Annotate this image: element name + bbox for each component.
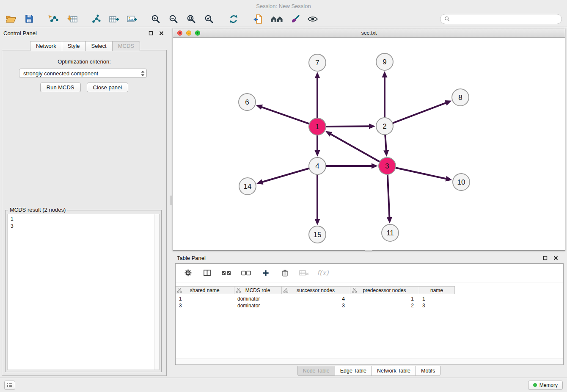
- table-panel: Table Panel: [173, 253, 565, 377]
- select-all-columns-icon[interactable]: [220, 267, 233, 279]
- table-row[interactable]: 3 dominator 3 2 3: [176, 302, 563, 309]
- table-row[interactable]: 1 dominator 4 1 1: [176, 294, 563, 303]
- zoom-window-button[interactable]: +: [195, 30, 200, 36]
- graph-edge-arrow: [445, 100, 451, 105]
- network-canvas[interactable]: 7968124314101511: [173, 38, 565, 250]
- export-network-icon[interactable]: [252, 13, 264, 25]
- optimization-criterion-select[interactable]: strongly connected component: [19, 69, 147, 78]
- float-table-panel-icon[interactable]: [542, 255, 548, 261]
- task-history-button[interactable]: [4, 381, 15, 390]
- graph-node-7[interactable]: 7: [309, 54, 326, 71]
- export-image-icon[interactable]: [126, 13, 138, 25]
- graph-node-2[interactable]: 2: [376, 118, 393, 135]
- graph-edge-2-3[interactable]: [385, 134, 386, 152]
- tab-motifs[interactable]: Motifs: [416, 366, 440, 376]
- create-column-icon[interactable]: [260, 267, 272, 279]
- close-table-panel-icon[interactable]: [553, 255, 559, 261]
- minimize-window-button[interactable]: −: [186, 30, 191, 36]
- cell-name[interactable]: 3: [419, 302, 454, 309]
- new-network-icon[interactable]: [91, 13, 102, 25]
- close-window-button[interactable]: ×: [177, 30, 182, 36]
- graph-node-14[interactable]: 14: [239, 178, 256, 195]
- graph-node-1[interactable]: 1: [309, 118, 326, 135]
- cell-successor-nodes[interactable]: 4: [281, 294, 350, 303]
- graph-node-11[interactable]: 11: [382, 224, 399, 241]
- apply-style-icon[interactable]: [289, 13, 301, 25]
- tab-select[interactable]: Select: [85, 41, 112, 51]
- network-window-titlebar: × − + scc.txt: [173, 28, 565, 38]
- table-settings-icon[interactable]: [182, 267, 194, 279]
- column-header-predecessor-nodes[interactable]: predecessor nodes: [350, 287, 419, 294]
- graph-edge-3-1[interactable]: [330, 134, 381, 162]
- tab-style[interactable]: Style: [62, 41, 85, 51]
- graph-node-10[interactable]: 10: [453, 174, 470, 190]
- graph-edge-arrow: [372, 163, 378, 169]
- save-session-icon[interactable]: [23, 13, 35, 25]
- horizontal-splitter-handle[interactable]: [365, 250, 372, 252]
- graph-edge-2-8[interactable]: [392, 102, 447, 124]
- zoom-out-icon[interactable]: [168, 13, 179, 25]
- cell-filler: [454, 294, 563, 303]
- column-header-name[interactable]: name: [419, 287, 454, 294]
- search-input[interactable]: [452, 15, 558, 22]
- result-list-scrollbar[interactable]: [154, 214, 159, 370]
- run-mcds-button[interactable]: Run MCDS: [40, 83, 81, 92]
- cell-predecessor-nodes[interactable]: 1: [350, 294, 419, 303]
- result-item[interactable]: 1: [8, 215, 159, 223]
- status-bar: Memory: [0, 378, 567, 392]
- tab-mcds[interactable]: MCDS: [112, 41, 140, 51]
- deselect-all-columns-icon[interactable]: [240, 267, 253, 279]
- svg-text:6: 6: [245, 98, 249, 106]
- zoom-selected-icon[interactable]: [203, 13, 215, 25]
- graph-edge-1-6[interactable]: [261, 107, 310, 124]
- result-item[interactable]: 3: [8, 223, 159, 230]
- graph-node-6[interactable]: 6: [239, 94, 256, 110]
- show-columns-icon[interactable]: [201, 267, 213, 279]
- show-hide-details-icon[interactable]: [307, 13, 319, 25]
- graph-edge-1-2[interactable]: [325, 126, 370, 127]
- tab-node-table[interactable]: Node Table: [297, 366, 335, 376]
- graph-edge-arrow: [315, 150, 320, 157]
- memory-button[interactable]: Memory: [528, 381, 563, 390]
- column-header-successor-nodes[interactable]: successor nodes: [281, 287, 350, 294]
- column-header-mcds-role[interactable]: MCDS role: [234, 287, 281, 294]
- tab-network-table[interactable]: Network Table: [372, 366, 416, 376]
- cell-successor-nodes[interactable]: 3: [281, 302, 350, 309]
- tab-edge-table[interactable]: Edge Table: [335, 366, 372, 376]
- graph-node-9[interactable]: 9: [376, 53, 393, 70]
- graph-edge-3-11[interactable]: [388, 174, 390, 218]
- cell-mcds-role[interactable]: dominator: [234, 294, 281, 303]
- export-table-icon[interactable]: [108, 13, 120, 25]
- graph-edge-3-10[interactable]: [395, 168, 447, 179]
- function-builder-icon: f(x): [317, 269, 328, 277]
- mcds-result-title: MCDS result (2 nodes): [8, 207, 67, 213]
- show-neighbors-icon[interactable]: [270, 13, 284, 25]
- cell-predecessor-nodes[interactable]: 2: [350, 302, 419, 309]
- graph-node-4[interactable]: 4: [309, 157, 326, 174]
- graph-node-15[interactable]: 15: [309, 226, 326, 243]
- graph-node-8[interactable]: 8: [452, 89, 469, 106]
- tab-network[interactable]: Network: [30, 41, 62, 51]
- close-panel-icon[interactable]: [159, 30, 164, 36]
- float-panel-icon[interactable]: [148, 30, 154, 36]
- cell-shared-name[interactable]: 3: [176, 302, 234, 309]
- graph-node-3[interactable]: 3: [379, 157, 396, 174]
- column-header-shared-name[interactable]: shared name: [176, 287, 234, 294]
- main-toolbar: [0, 11, 567, 27]
- open-session-icon[interactable]: [5, 13, 17, 25]
- search-box[interactable]: [440, 14, 562, 24]
- cell-name[interactable]: 1: [419, 294, 454, 303]
- vertical-splitter-handle[interactable]: [170, 196, 172, 205]
- cell-shared-name[interactable]: 1: [176, 294, 234, 303]
- column-type-icon: [177, 288, 182, 294]
- zoom-fit-icon[interactable]: [185, 13, 197, 25]
- cell-mcds-role[interactable]: dominator: [234, 302, 281, 309]
- apply-layout-icon[interactable]: [228, 13, 239, 25]
- close-panel-button[interactable]: Close panel: [87, 83, 129, 92]
- zoom-in-icon[interactable]: [150, 13, 162, 25]
- delete-column-icon[interactable]: [279, 267, 291, 279]
- import-table-icon[interactable]: [67, 13, 79, 25]
- table-horizontal-scrollbar[interactable]: [176, 359, 563, 364]
- import-network-icon[interactable]: [47, 13, 59, 25]
- graph-edge-4-14[interactable]: [261, 168, 310, 182]
